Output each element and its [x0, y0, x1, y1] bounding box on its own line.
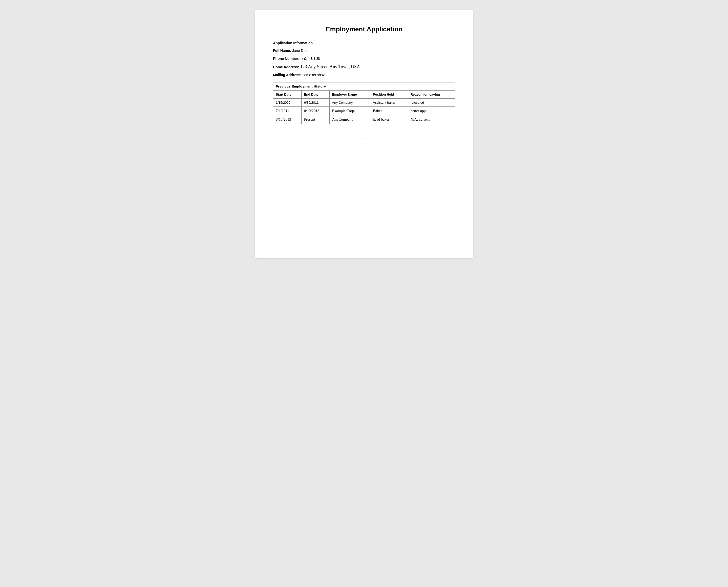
cell-employer-1: Example Corp.: [330, 107, 370, 115]
cell-employer-0: Any Company: [330, 99, 370, 107]
cell-position-0: Assistant baker: [370, 99, 408, 107]
home-address-row: Home Address: 123 Any Street, Any Town, …: [273, 64, 455, 70]
mailing-address-row: Mailing Address: same as above: [273, 73, 455, 77]
table-row: 7/1/20118/10/2013Example Corp.Bakerbette…: [273, 107, 455, 115]
col-header-reason: Reason for leaving: [408, 91, 455, 99]
table-row: 8/15/2013PresentAnyCompanyhead bakerN/A,…: [273, 115, 455, 124]
cell-end_date-0: 6/30/2011: [301, 99, 330, 107]
cell-reason-2: N/A, current: [408, 115, 455, 124]
cell-employer-2: AnyCompany: [330, 115, 370, 124]
cell-position-2: head baker: [370, 115, 408, 124]
cell-reason-1: better opp.: [408, 107, 455, 115]
cell-reason-0: relocated: [408, 99, 455, 107]
employment-history-table: Previous Employment History Start Date E…: [273, 82, 455, 124]
home-address-label: Home Address:: [273, 65, 299, 69]
table-row: 1/15/20096/30/2011Any CompanyAssistant b…: [273, 99, 455, 107]
cell-start_date-1: 7/1/2011: [273, 107, 301, 115]
cell-start_date-2: 8/15/2013: [273, 115, 301, 124]
home-address-value: 123 Any Street, Any Town, USA: [300, 64, 360, 69]
document-page: Employment Application Application Infor…: [255, 10, 473, 258]
col-header-start-date: Start Date: [273, 91, 301, 99]
col-header-employer: Employer Name: [330, 91, 370, 99]
footer-decoration: · · · · · · ·: [273, 137, 455, 140]
phone-row: Phone Number: 555 - 0100: [273, 56, 455, 61]
mailing-address-label: Mailing Address:: [273, 73, 301, 77]
mailing-address-value: same as above: [302, 73, 326, 77]
full-name-label: Full Name:: [273, 49, 291, 53]
page-title: Employment Application: [273, 25, 455, 33]
phone-value: 555 - 0100: [300, 56, 320, 61]
cell-start_date-0: 1/15/2009: [273, 99, 301, 107]
col-header-position: Position Held: [370, 91, 408, 99]
full-name-row: Full Name: Jane Doe: [273, 48, 455, 53]
phone-label: Phone Number:: [273, 57, 299, 61]
cell-position-1: Baker: [370, 107, 408, 115]
cell-end_date-2: Present: [301, 115, 330, 124]
section-heading-app-info: Application Information: [273, 41, 313, 45]
cell-end_date-1: 8/10/2013: [301, 107, 330, 115]
application-info-heading: Application Information: [273, 41, 455, 45]
full-name-value: Jane Doe: [292, 49, 307, 53]
col-header-end-date: End Date: [301, 91, 330, 99]
table-title: Previous Employment History: [273, 83, 455, 91]
